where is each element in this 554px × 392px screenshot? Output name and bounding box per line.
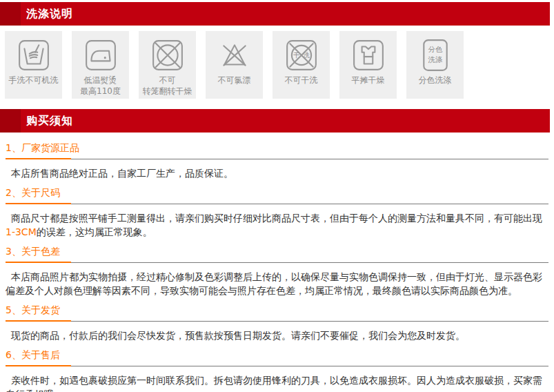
washing-icon-label: 平摊干燥 <box>352 75 385 86</box>
no-bleach-icon <box>218 39 251 72</box>
notice-body: 商品尺寸都是按照平铺手工测量得出，请亲们购买时仔细对比商品尺寸表，但由于每个人的… <box>6 211 548 239</box>
washing-icon-label: 不可干洗 <box>285 75 318 86</box>
washing-icon-box: 手洗不可机洗 <box>5 31 62 99</box>
notice-heading: 3、关于色差 <box>6 245 548 257</box>
washing-icon-box: 不可 转笼翻转干燥 <box>139 31 196 99</box>
notice-divider <box>6 321 548 322</box>
notice-divider <box>6 262 548 263</box>
no-dry-clean-icon: 干洗 <box>285 39 318 72</box>
text-segment: 现货的商品，付款后的我们会尽快发货，预售款按预售日期发货。请亲们不要催促，我们会… <box>11 330 465 341</box>
notice-heading: 6、关于售后 <box>6 349 548 361</box>
notice-heading: 2、关于尺码 <box>6 186 548 199</box>
text-segment: 本店商品照片都为实物拍摄，经过精心修制及色彩调整后上传的，以确保尽量与实物色调保… <box>6 271 542 296</box>
notice-body: 本店所售商品绝对正品，自家工厂生产，品质保证。 <box>6 166 548 180</box>
text-segment: 商品尺寸都是按照平铺手工测量得出，请亲们购买时仔细对比商品尺寸表，但由于每个人的… <box>11 213 542 224</box>
notice-heading: 5、关于发货 <box>6 304 548 316</box>
notice-section: 3、关于色差本店商品照片都为实物拍摄，经过精心修制及色彩调整后上传的，以确保尽量… <box>6 245 548 297</box>
text-segment: 亲收件时，如遇包裹破损应第一时间联系我们。拆包请勿使用锋利的刀具，以免造成衣服损… <box>6 375 542 392</box>
washing-instructions-header: 洗涤说明 <box>0 2 550 26</box>
color-separate-wash-icon: 分色洗涤 <box>419 39 452 72</box>
svg-text:分色: 分色 <box>428 45 442 53</box>
notice-body: 现货的商品，付款后的我们会尽快发货，预售款按预售日期发货。请亲们不要催促，我们会… <box>6 329 548 342</box>
washing-icon-box: 不可氯漂 <box>206 31 263 99</box>
notice-divider <box>6 204 548 204</box>
notice-body: 亲收件时，如遇包裹破损应第一时间联系我们。拆包请勿使用锋利的刀具，以免造成衣服损… <box>6 373 548 392</box>
text-segment: 本店所售商品绝对正品，自家工厂生产，品质保证。 <box>11 168 233 179</box>
header-accent-square <box>0 109 21 133</box>
text-highlight: 1-3CM <box>6 226 37 237</box>
washing-instructions-title: 洗涤说明 <box>26 7 73 21</box>
notice-section: 1、厂家货源正品本店所售商品绝对正品，自家工厂生产，品质保证。 <box>6 141 548 180</box>
notice-divider <box>6 366 548 366</box>
notice-divider <box>6 159 548 159</box>
washing-icon-box: 低温熨烫 最高110度 <box>72 31 129 99</box>
no-tumble-dry-icon <box>151 39 184 72</box>
notice-body: 本店商品照片都为实物拍摄，经过精心修制及色彩调整后上传的，以确保尽量与实物色调保… <box>6 270 548 297</box>
notice-section: 2、关于尺码商品尺寸都是按照平铺手工测量得出，请亲们购买时仔细对比商品尺寸表，但… <box>6 186 548 239</box>
flat-dry-icon <box>352 39 385 72</box>
hand-wash-icon <box>17 39 50 72</box>
notice-heading: 1、厂家货源正品 <box>6 141 548 154</box>
washing-icon-label: 不可氯漂 <box>218 75 251 86</box>
notice-section: 6、关于售后亲收件时，如遇包裹破损应第一时间联系我们。拆包请勿使用锋利的刀具，以… <box>6 349 548 392</box>
washing-icon-label: 不可 转笼翻转干燥 <box>143 75 192 97</box>
purchase-notice-list: 1、厂家货源正品本店所售商品绝对正品，自家工厂生产，品质保证。2、关于尺码商品尺… <box>0 133 554 392</box>
notice-section: 5、关于发货现货的商品，付款后的我们会尽快发货，预售款按预售日期发货。请亲们不要… <box>6 304 548 342</box>
washing-icon-label: 低温熨烫 最高110度 <box>80 75 121 97</box>
svg-text:洗涤: 洗涤 <box>428 55 442 63</box>
header-accent-square <box>0 2 21 26</box>
washing-icons-row: 手洗不可机洗低温熨烫 最高110度不可 转笼翻转干燥不可氯漂干洗不可干洗平摊干燥… <box>5 31 554 99</box>
washing-icon-label: 手洗不可机洗 <box>9 75 59 86</box>
washing-icon-box: 分色洗涤分色洗涤 <box>406 31 464 99</box>
washing-icon-label: 分色洗涤 <box>419 75 452 86</box>
purchase-notice-title: 购买须知 <box>26 114 73 128</box>
text-segment: 的误差，这均属正常现象。 <box>37 226 152 237</box>
iron-low-temp-icon <box>84 39 117 72</box>
product-detail-page: 洗涤说明 手洗不可机洗低温熨烫 最高110度不可 转笼翻转干燥不可氯漂干洗不可干… <box>0 2 554 392</box>
washing-icon-box: 干洗不可干洗 <box>273 31 330 99</box>
purchase-notice-header: 购买须知 <box>0 109 550 133</box>
washing-icon-box: 平摊干燥 <box>339 31 397 99</box>
